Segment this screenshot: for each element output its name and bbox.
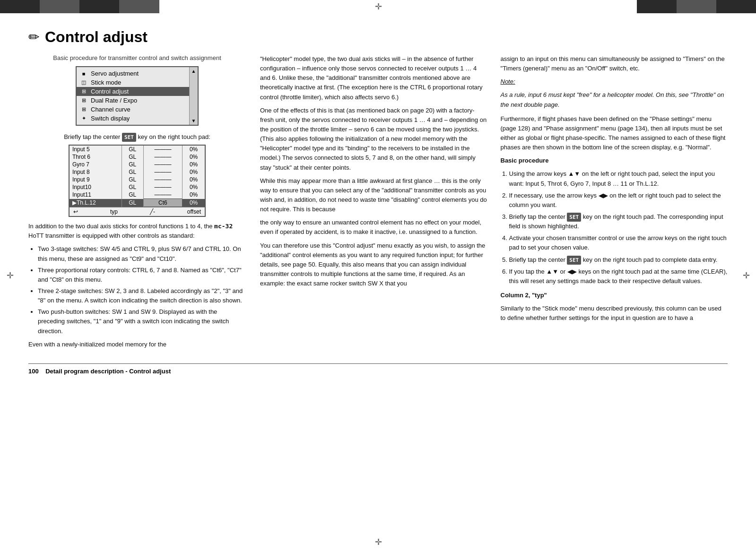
brief-tap-label: Briefly tap the center [64, 133, 120, 140]
cell-dash-4: ——— [143, 176, 182, 183]
set-key-step5: SET [567, 256, 581, 265]
cell-name-2: Gyro 7 [70, 161, 122, 168]
left-para-1: In addition to the two dual axis sticks … [28, 222, 246, 241]
cell-gl-7: GL [122, 199, 143, 207]
left-column: Basic procedure for transmitter control … [28, 54, 246, 354]
cell-dash-5: ——— [143, 183, 182, 191]
menu-icon-servo: ■ [79, 71, 88, 77]
menu-label-dualrate: Dual Rate / Expo [91, 97, 137, 104]
menu-label-servo: Servo adjustment [91, 70, 139, 77]
cell-name-5: Input10 [70, 183, 122, 191]
note-section: Note: As a rule, input 6 must kept "free… [501, 77, 728, 109]
note-title: Note: [501, 77, 728, 86]
menu-item-control[interactable]: ⊞ Control adjust [77, 87, 189, 96]
menu-item-channel[interactable]: ⊞ Channel curve [77, 105, 189, 114]
menu-icon-dualrate: ⊞ [79, 97, 88, 104]
col2-text: Similarly to the "Stick mode" menu descr… [501, 304, 728, 323]
table-row: Throt 6 GL ——— 0% [70, 153, 205, 161]
cell-name-0: Input 5 [70, 146, 122, 153]
col2-heading: Column 2, "typ" [501, 291, 728, 300]
title-icon: ✏ [28, 29, 39, 45]
step-4: Activate your chosen transmitter control… [509, 233, 728, 252]
footer-slash: ╱- [150, 208, 155, 215]
cell-name-1: Throt 6 [70, 153, 122, 161]
footer-typ: typ [110, 208, 118, 215]
cell-gl-1: GL [122, 153, 143, 161]
cell-dash-0: ——— [143, 146, 182, 153]
rl-para-2: One of the effects of this is that (as m… [260, 106, 487, 172]
menu-item-switch[interactable]: ✦ Switch display [77, 114, 189, 123]
input-table-wrapper: Input 5 GL ——— 0% Throt 6 GL ——— 0% [69, 145, 206, 217]
rr-para-1: assign to an input on this menu can simu… [501, 54, 728, 73]
strip-1 [0, 0, 40, 13]
right-right-text: assign to an input on this menu can simu… [501, 54, 728, 323]
mc32-label: mc-32 [214, 223, 233, 230]
menu-scroll: ▲ ▼ [189, 67, 198, 125]
strip-15 [557, 0, 597, 13]
menu-item-servo[interactable]: ■ Servo adjustment [77, 69, 189, 78]
table-row: Input 5 GL ——— 0% [70, 146, 205, 153]
cell-name-6: Input11 [70, 191, 122, 199]
strip-17 [637, 0, 677, 13]
menu-item-stick[interactable]: ◫ Stick mode [77, 78, 189, 87]
right-right-section: assign to an input on this menu can simu… [501, 54, 728, 327]
brief-tap-text: Briefly tap the center SET key on the ri… [28, 132, 246, 142]
cell-name-4: Input 9 [70, 176, 122, 183]
cell-dash-6: ——— [143, 191, 182, 199]
cell-pct-1: 0% [182, 153, 205, 161]
crosshair-right: ✛ [741, 270, 751, 281]
cell-gl-2: GL [122, 161, 143, 168]
cell-pct-4: 0% [182, 176, 205, 183]
strip-6 [199, 0, 239, 13]
cell-gl-0: GL [122, 146, 143, 153]
menu-label-switch: Switch display [91, 115, 130, 122]
table-row: Gyro 7 GL ——— 0% [70, 161, 205, 168]
menu-box: ■ Servo adjustment ◫ Stick mode ⊞ Contro… [76, 66, 199, 126]
step-5: Briefly tap the center SET key on the ri… [509, 255, 728, 265]
brief-tap-suffix: key on the right touch pad: [138, 133, 210, 140]
step-6: If you tap the ▲▼ or ◀▶ keys on the righ… [509, 267, 728, 286]
cell-pct-5: 0% [182, 183, 205, 191]
basic-procedure-heading: Basic procedure [501, 156, 728, 165]
cell-gl-4: GL [122, 176, 143, 183]
title-row: ✏ Control adjust [28, 28, 728, 46]
crosshair-bottom: ✛ [373, 537, 383, 547]
footer-text: Detail program description - Control adj… [45, 368, 171, 375]
bullet-4: Two push-button switches: SW 1 and SW 9.… [38, 307, 246, 336]
cell-dash-3: ——— [143, 168, 182, 176]
strip-19 [716, 0, 756, 13]
strip-13 [478, 0, 517, 13]
page-footer: 100 Detail program description - Control… [28, 363, 728, 375]
cell-pct-7: 0% [182, 199, 205, 207]
menu-item-dualrate[interactable]: ⊞ Dual Rate / Expo [77, 96, 189, 105]
cell-dash-2: ——— [143, 161, 182, 168]
cell-dash-1: ——— [143, 153, 182, 161]
table-row-highlight: ▶Th.L.12 GL Ct6 0% [70, 199, 205, 207]
crosshair-left: ✛ [5, 270, 15, 281]
menu-label-stick: Stick mode [91, 79, 121, 86]
numbered-list: Using the arrow keys ▲▼ on the left or r… [509, 169, 728, 286]
menu-icon-control: ⊞ [79, 88, 88, 95]
set-key-step3: SET [567, 213, 581, 222]
bullet-1: Two 3-stage switches: SW 4/5 and CTRL 9,… [38, 244, 246, 263]
set-key-badge: SET [122, 133, 136, 142]
cell-pct-6: 0% [182, 191, 205, 199]
right-left-section: "Helicopter" model type, the two dual ax… [260, 54, 487, 327]
strip-14 [517, 0, 557, 13]
footer-offset: offset [187, 208, 201, 215]
input-table: Input 5 GL ——— 0% Throt 6 GL ——— 0% [70, 146, 205, 207]
left-body-text: In addition to the two dual axis sticks … [28, 222, 246, 349]
scroll-down-arrow[interactable]: ▼ [191, 118, 196, 123]
table-row: Input 8 GL ——— 0% [70, 168, 205, 176]
scroll-up-arrow[interactable]: ▲ [191, 69, 196, 74]
cell-name-7: ▶Th.L.12 [70, 199, 122, 207]
menu-icon-stick: ◫ [79, 79, 88, 86]
cell-pct-0: 0% [182, 146, 205, 153]
step-2: If necessary, use the arrow keys ◀▶ on t… [509, 191, 728, 210]
left-para-2: Even with a newly-initialized model memo… [28, 340, 246, 349]
strip-11 [398, 0, 438, 13]
bullet-3: Three 2-stage switches: SW 2, 3 and 8. L… [38, 286, 246, 305]
cell-gl-5: GL [122, 183, 143, 191]
page-title: Control adjust [45, 28, 148, 46]
cell-name-3: Input 8 [70, 168, 122, 176]
